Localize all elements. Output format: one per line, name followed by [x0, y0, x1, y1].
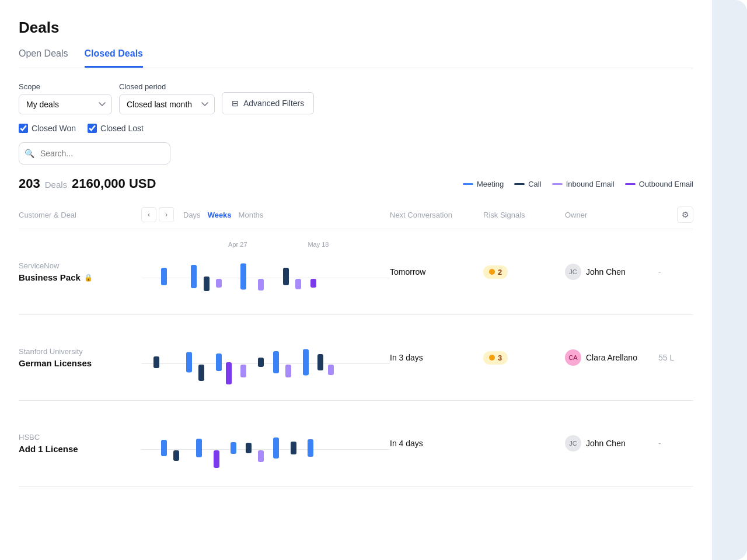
avatar-1: CA [565, 349, 581, 366]
bar-0-7 [283, 268, 289, 285]
col-header-next-conversation: Next Conversation [390, 211, 483, 219]
bar-2-3 [196, 439, 202, 457]
table-row: Stanford University German Licenses [19, 315, 693, 401]
deal-customer-cell-0: ServiceNow Business Pack 🔒 [19, 261, 141, 282]
legend-meeting: Meeting [463, 180, 504, 188]
bar-1-11 [317, 354, 323, 370]
bar-0-3 [204, 276, 210, 291]
legend-call: Call [514, 180, 541, 188]
date-marker-apr27: Apr 27 [228, 241, 247, 248]
timeline-prev-button[interactable]: ‹ [141, 207, 156, 222]
bar-1-12 [328, 365, 334, 375]
view-weeks[interactable]: Weeks [208, 211, 232, 219]
bar-1-4 [216, 354, 222, 371]
owner-cell-0: JC John Chen [565, 264, 658, 280]
table-row: ServiceNow Business Pack 🔒 Apr 27 May 18 [19, 229, 693, 315]
page-title: Deals [19, 19, 693, 37]
company-name-1: Stanford University [19, 347, 141, 356]
bar-2-6 [246, 443, 252, 453]
deal-count-label: Deals [45, 180, 67, 190]
action-cell-2: - [658, 438, 693, 449]
next-conv-cell-2: In 4 days [390, 438, 483, 449]
date-marker-may18: May 18 [308, 241, 329, 248]
lock-icon-0: 🔒 [84, 274, 93, 282]
bar-2-5 [231, 442, 236, 454]
timeline-cell-1 [141, 326, 390, 390]
summary-row: 203 Deals 2160,000 USD Meeting Call Inbo… [19, 176, 693, 191]
bar-0-8 [295, 279, 301, 289]
search-icon: 🔍 [25, 149, 34, 158]
closed-won-checkbox[interactable] [19, 124, 28, 133]
timeline-bars-1 [141, 337, 390, 390]
closed-won-checkbox-item[interactable]: Closed Won [19, 124, 76, 133]
legend-inbound-email: Inbound Email [552, 180, 615, 188]
bar-2-8 [273, 438, 279, 459]
bar-2-9 [291, 442, 296, 454]
col-header-settings: ⚙ [658, 206, 693, 223]
filter-icon: ⊟ [232, 99, 239, 108]
search-input[interactable] [19, 142, 170, 164]
timeline-next-button[interactable]: › [159, 207, 174, 222]
bar-1-10 [303, 349, 309, 376]
period-label: Closed period [119, 82, 215, 91]
next-conv-cell-1: In 3 days [390, 352, 483, 363]
risk-cell-0: 2 [483, 265, 565, 279]
chevron-left-icon: ‹ [148, 211, 150, 219]
avatar-0: JC [565, 264, 581, 280]
deal-customer-cell-1: Stanford University German Licenses [19, 347, 141, 368]
deal-title-2: Add 1 License [19, 444, 141, 454]
col-header-owner: Owner [565, 211, 658, 219]
settings-icon[interactable]: ⚙ [677, 206, 693, 223]
bar-2-7 [258, 450, 264, 462]
bar-0-9 [310, 279, 316, 288]
timeline-bars-2 [141, 423, 390, 475]
timeline-cell-0: Apr 27 May 18 [141, 240, 390, 304]
bar-1-6 [240, 365, 246, 377]
owner-cell-1: CA Clara Arellano [565, 349, 658, 366]
filters-row: Scope My deals All deals Team deals Clos… [19, 82, 693, 114]
risk-dot-1 [489, 355, 495, 360]
outbound-email-legend-color [625, 183, 636, 185]
timeline-bars-0 [141, 251, 390, 304]
call-legend-color [514, 183, 525, 185]
company-name-2: HSBC [19, 433, 141, 442]
closed-lost-checkbox-item[interactable]: Closed Lost [88, 124, 144, 133]
bar-1-5 [226, 362, 232, 384]
scope-filter-group: Scope My deals All deals Team deals [19, 82, 112, 114]
col-header-timeline: ‹ › Days Weeks Months [141, 207, 390, 222]
action-cell-0: - [658, 267, 693, 277]
search-box: 🔍 [19, 142, 693, 164]
col-header-risk-signals: Risk Signals [483, 211, 565, 219]
bar-1-7 [258, 358, 264, 367]
view-days[interactable]: Days [183, 211, 201, 219]
deal-title-0: Business Pack 🔒 [19, 272, 141, 282]
inbound-email-legend-color [552, 183, 563, 185]
timeline-axis-2 [141, 449, 390, 450]
advanced-filter-button[interactable]: ⊟ Advanced Filters [222, 92, 314, 114]
right-panel [712, 0, 747, 560]
company-name-0: ServiceNow [19, 261, 141, 270]
period-select[interactable]: Closed last month Closed this month Clos… [119, 94, 215, 114]
closed-lost-checkbox[interactable] [88, 124, 97, 133]
deal-title-1: German Licenses [19, 358, 141, 368]
timeline-nav: ‹ › [141, 207, 174, 222]
timeline-cell-2 [141, 411, 390, 475]
bar-2-2 [173, 450, 179, 461]
tab-open-deals[interactable]: Open Deals [19, 48, 68, 68]
time-views: Days Weeks Months [183, 211, 263, 219]
scope-select[interactable]: My deals All deals Team deals [19, 94, 112, 114]
tab-closed-deals[interactable]: Closed Deals [85, 48, 143, 68]
meeting-legend-color [463, 183, 473, 185]
bar-1-8 [273, 351, 279, 373]
table-row: HSBC Add 1 License [19, 401, 693, 487]
bar-0-6 [258, 279, 264, 290]
bar-2-10 [308, 439, 313, 457]
scope-label: Scope [19, 82, 112, 91]
legend: Meeting Call Inbound Email Outbound Emai… [463, 180, 693, 188]
deal-count: 203 [19, 176, 40, 191]
view-months[interactable]: Months [239, 211, 264, 219]
risk-cell-1: 3 [483, 351, 565, 365]
summary-left: 203 Deals 2160,000 USD [19, 176, 156, 191]
tabs-container: Open Deals Closed Deals [19, 48, 693, 68]
deal-customer-cell-2: HSBC Add 1 License [19, 433, 141, 454]
